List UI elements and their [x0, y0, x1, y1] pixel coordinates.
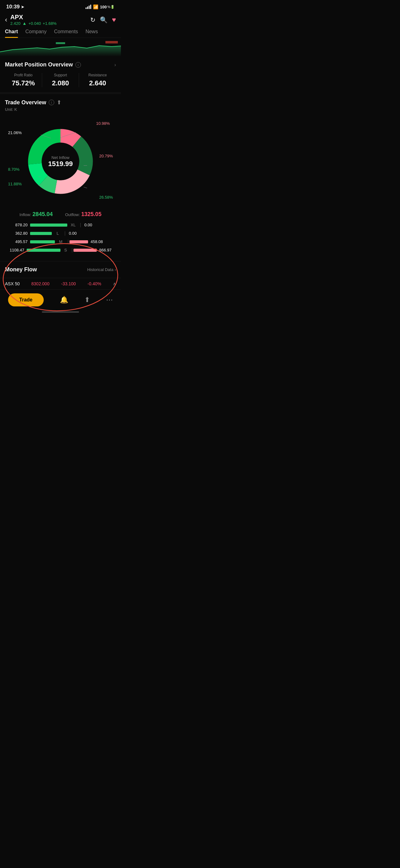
- bar-row-s: 1108.47 S 866.97: [7, 248, 113, 252]
- ticker-info: APX 2.420 ▲ +0.040 +1.68%: [10, 14, 57, 26]
- asx-bar[interactable]: ASX 50 8302.000 -33.100 -0.40% ∧: [0, 278, 121, 289]
- xl-green-bar: [30, 223, 67, 227]
- stat-profit-label: Profit Ratio: [5, 73, 42, 77]
- bar-rows: 878.20 XL 0.00 362.80 L 0.00 495.57 M: [5, 223, 116, 252]
- s-right-val: 866.97: [99, 248, 113, 252]
- m-divider: [68, 240, 68, 244]
- stat-support-label: Support: [42, 73, 79, 77]
- market-position-title: Market Position Overview: [5, 61, 73, 68]
- status-icons: 📶 100 %🔋: [86, 4, 115, 9]
- battery-icon: 100 %🔋: [100, 5, 115, 9]
- chart-area: [0, 38, 121, 57]
- m-size-label: M: [56, 239, 65, 244]
- trade-info-icon[interactable]: i: [49, 100, 54, 105]
- tab-comments[interactable]: Comments: [54, 29, 78, 37]
- stock-header: ‹ APX 2.420 ▲ +0.040 +1.68% ↻ 🔍 ♥: [0, 12, 121, 29]
- donut-net-inflow-label: Net Inflow: [48, 155, 73, 160]
- s-left-val: 1108.47: [7, 248, 24, 252]
- trade-overview-title: Trade Overview: [5, 99, 46, 106]
- l-divider: [65, 231, 65, 236]
- svg-rect-2: [56, 42, 65, 44]
- ticker-symbol: APX: [10, 14, 57, 21]
- stat-resistance: Resistance 2.640: [79, 73, 116, 87]
- pct-label-11: 11.88%: [8, 182, 22, 186]
- price-change-pct: +1.68%: [43, 21, 57, 26]
- pct-label-21: 21.06%: [8, 130, 22, 135]
- xl-size-label: XL: [69, 223, 78, 227]
- m-left-val: 495.57: [7, 239, 28, 244]
- unit-label: Unit: K: [5, 107, 116, 112]
- chart-svg: [0, 38, 121, 57]
- inflow-value: 2845.04: [33, 211, 53, 217]
- donut-net-inflow-value: 1519.99: [48, 160, 73, 168]
- pct-label-10: 10.98%: [96, 121, 110, 126]
- pct-label-26: 26.58%: [99, 195, 113, 199]
- search-icon[interactable]: 🔍: [100, 16, 108, 24]
- trade-overview-section: Trade Overview i ⬆ Unit: K 10.98% 21.06%…: [0, 94, 121, 261]
- location-icon: ➤: [21, 4, 25, 9]
- ticker-price: 2.420 ▲ +0.040 +1.68%: [10, 21, 57, 26]
- l-size-label: L: [53, 231, 62, 236]
- market-position-header: Market Position Overview i ›: [5, 61, 116, 68]
- asx-pct: -0.40%: [88, 281, 101, 286]
- bar-row-l: 362.80 L 0.00: [7, 231, 113, 236]
- s-size-label: S: [62, 248, 69, 252]
- s-divider: [72, 248, 72, 252]
- pct-label-20: 20.79%: [99, 154, 113, 158]
- s-red-bar: [73, 249, 97, 252]
- m-red-bar: [69, 240, 88, 243]
- price-value: 2.420: [10, 21, 21, 26]
- money-flow-section: Money Flow Historical Data ›: [0, 261, 121, 278]
- tab-news[interactable]: News: [86, 29, 98, 37]
- historical-chevron-icon: ›: [115, 267, 116, 272]
- chevron-right-icon[interactable]: ›: [114, 62, 116, 68]
- up-arrow-icon: ▲: [22, 21, 27, 26]
- stat-resistance-value: 2.640: [79, 79, 116, 87]
- l-right-val: 0.00: [69, 231, 86, 236]
- more-icon[interactable]: ⋯: [106, 296, 113, 304]
- stat-profit-ratio: Profit Ratio 75.72%: [5, 73, 42, 87]
- historical-data-link[interactable]: Historical Data ›: [87, 267, 116, 272]
- outflow-label: Outflow:: [65, 212, 80, 217]
- trade-overview-wrapper: Trade Overview i ⬆ Unit: K 10.98% 21.06%…: [0, 94, 121, 261]
- market-position-title-row: Market Position Overview i: [5, 61, 81, 68]
- inflow-label: Inflow:: [20, 212, 31, 217]
- signal-icon: [86, 5, 91, 9]
- m-right-val: 458.08: [91, 239, 108, 244]
- wifi-icon: 📶: [93, 4, 98, 9]
- tab-company[interactable]: Company: [26, 29, 46, 37]
- share-nav-icon[interactable]: ⬆: [84, 296, 90, 304]
- money-flow-title: Money Flow: [5, 266, 37, 273]
- stat-support: Support 2.080: [42, 73, 79, 87]
- svg-rect-1: [105, 41, 118, 43]
- home-indicator: [0, 309, 121, 314]
- market-stats: Profit Ratio 75.72% Support 2.080 Resist…: [5, 73, 116, 87]
- l-green-bar: [30, 232, 52, 235]
- price-change: +0.040: [29, 21, 41, 26]
- m-green-bar: [30, 240, 55, 243]
- bar-row-xl: 878.20 XL 0.00: [7, 223, 113, 227]
- favorite-icon[interactable]: ♥: [112, 16, 116, 24]
- market-position-section: Market Position Overview i › Profit Rati…: [0, 57, 121, 92]
- info-icon[interactable]: i: [75, 62, 81, 68]
- xl-right-val: 0.00: [84, 223, 101, 227]
- pct-label-8: 8.70%: [8, 167, 20, 172]
- trade-button[interactable]: Trade: [8, 293, 44, 306]
- bottom-nav: Trade 🔔 ⬆ ⋯: [0, 289, 121, 309]
- asx-price: 8302.000: [31, 281, 49, 286]
- stat-resistance-label: Resistance: [79, 73, 116, 77]
- s-green-bar: [27, 249, 61, 252]
- share-icon[interactable]: ⬆: [57, 99, 61, 106]
- outflow-item: Outflow: 1325.05: [65, 211, 101, 218]
- asx-name: ASX 50: [5, 281, 20, 286]
- refresh-icon[interactable]: ↻: [90, 16, 96, 24]
- notification-icon[interactable]: 🔔: [60, 296, 68, 304]
- tab-bar: Chart Company Comments News: [0, 29, 121, 38]
- status-bar: 10:39 ➤ 📶 100 %🔋: [0, 0, 121, 12]
- tab-chart[interactable]: Chart: [5, 29, 18, 37]
- stat-profit-value: 75.72%: [5, 79, 42, 87]
- bar-row-m: 495.57 M 458.08: [7, 239, 113, 244]
- svg-line-15: [84, 187, 87, 188]
- asx-chevron-icon: ∧: [113, 281, 116, 286]
- back-button[interactable]: ‹: [5, 16, 7, 24]
